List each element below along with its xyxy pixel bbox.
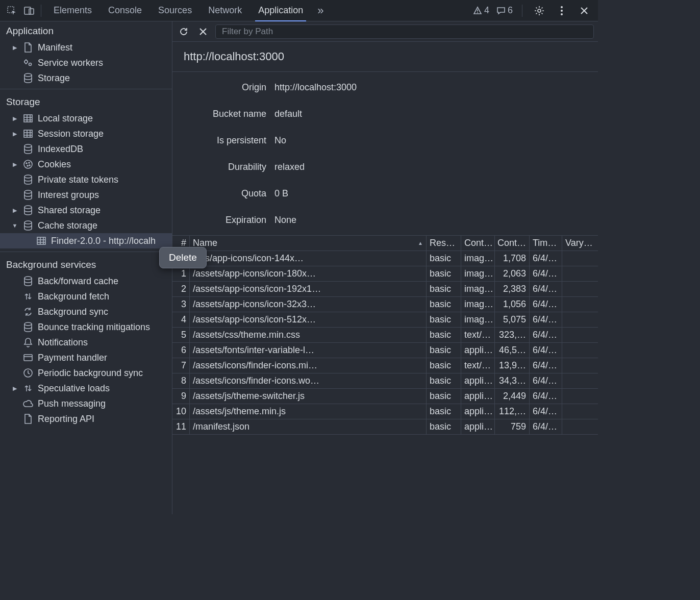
property-row: Durabilityrelaxed: [172, 154, 598, 180]
cache-entries-grid: #NameRes…Cont…Cont…Tim…Vary… sets/app-ic…: [172, 236, 598, 514]
sidebar-item[interactable]: ▶Cookies: [0, 157, 172, 172]
device-toolbar-icon[interactable]: [21, 3, 37, 18]
disclosure-triangle-icon[interactable]: ▶: [11, 131, 18, 137]
sidebar-item[interactable]: Bounce tracking mitigations: [0, 319, 172, 335]
disclosure-triangle-icon[interactable]: ▶: [11, 385, 18, 392]
sidebar-item[interactable]: IndexedDB: [0, 141, 172, 157]
svg-rect-24: [37, 237, 45, 244]
sidebar-item[interactable]: Reporting API: [0, 411, 172, 427]
table-row[interactable]: 6/assets/fonts/inter-variable-l…basicapp…: [172, 343, 598, 358]
sidebar-item[interactable]: Background fetch: [0, 289, 172, 304]
db-icon: [22, 322, 34, 332]
disclosure-triangle-icon[interactable]: ▶: [11, 207, 18, 214]
table-row[interactable]: 2/assets/app-icons/icon-192x1…basicimag……: [172, 282, 598, 297]
property-value: None: [274, 215, 598, 226]
file-icon: [22, 42, 34, 53]
svg-point-10: [29, 63, 32, 66]
cell: /manifest.json: [190, 419, 427, 434]
sidebar-item[interactable]: Finder-2.0.0 - http://localh: [0, 233, 172, 248]
gears-icon: [22, 58, 34, 67]
cell: /assets/css/theme.min.css: [190, 328, 427, 342]
cell: text/…: [461, 358, 495, 373]
disclosure-triangle-icon[interactable]: ▶: [11, 115, 18, 122]
settings-icon[interactable]: [532, 3, 547, 18]
cell: 8: [172, 373, 190, 388]
table-row[interactable]: 1/assets/app-icons/icon-180x…basicimag…2…: [172, 266, 598, 282]
cell: 2,063: [495, 266, 530, 281]
table-row[interactable]: 5/assets/css/theme.min.cssbasictext/…323…: [172, 328, 598, 343]
cell: basic: [427, 343, 461, 358]
table-row[interactable]: sets/app-icons/icon-144x…basicimag…1,708…: [172, 251, 598, 266]
property-key: Durability: [172, 162, 274, 172]
sidebar-item[interactable]: ▶Local storage: [0, 111, 172, 126]
more-tabs-button[interactable]: »: [313, 4, 328, 17]
sidebar-item[interactable]: Service workers: [0, 55, 172, 70]
warnings-count[interactable]: 4: [473, 5, 489, 16]
filter-input[interactable]: [221, 26, 588, 37]
divider: [41, 5, 41, 17]
column-header[interactable]: Cont…: [461, 236, 495, 251]
svg-rect-27: [24, 355, 32, 361]
svg-rect-1: [24, 7, 31, 14]
tab-elements[interactable]: Elements: [45, 0, 100, 21]
column-header[interactable]: Tim…: [530, 236, 562, 251]
table-row[interactable]: 10/assets/js/theme.min.jsbasicappli…112,…: [172, 404, 598, 419]
sidebar-item[interactable]: Back/forward cache: [0, 273, 172, 289]
context-menu[interactable]: Delete: [159, 247, 207, 268]
sidebar-item[interactable]: Interest groups: [0, 187, 172, 203]
disclosure-triangle-icon[interactable]: ▼: [11, 222, 18, 229]
cell: 46,5…: [495, 343, 530, 358]
messages-count[interactable]: 6: [496, 5, 513, 16]
sidebar-item[interactable]: Storage: [0, 70, 172, 86]
clear-icon[interactable]: [196, 28, 210, 36]
cell: 6/4/…: [530, 297, 562, 312]
svg-rect-3: [477, 9, 478, 11]
column-header[interactable]: Cont…: [495, 236, 530, 251]
cell: 759: [495, 419, 530, 434]
sidebar-item[interactable]: ▶Speculative loads: [0, 381, 172, 396]
cell: basic: [427, 373, 461, 388]
table-row[interactable]: 9/assets/js/theme-switcher.jsbasicappli……: [172, 389, 598, 404]
table-row[interactable]: 8/assets/icons/finder-icons.wo…basicappl…: [172, 373, 598, 389]
sidebar-item-label: Finder-2.0.0 - http://localh: [51, 236, 156, 246]
sidebar-item[interactable]: ▶Shared storage: [0, 203, 172, 218]
tab-application[interactable]: Application: [250, 0, 311, 21]
svg-point-8: [561, 13, 563, 15]
tab-console[interactable]: Console: [100, 0, 150, 21]
column-header[interactable]: Vary…: [562, 236, 598, 251]
table-row[interactable]: 4/assets/app-icons/icon-512x…basicimag…5…: [172, 312, 598, 328]
cell: basic: [427, 297, 461, 312]
sidebar-item[interactable]: Background sync: [0, 304, 172, 319]
disclosure-triangle-icon[interactable]: ▶: [11, 161, 18, 168]
svg-point-21: [24, 190, 32, 193]
cell: [562, 328, 598, 342]
sidebar-item[interactable]: ▶Manifest: [0, 40, 172, 55]
cell: [562, 312, 598, 327]
column-header[interactable]: Name: [190, 236, 427, 251]
sidebar-item[interactable]: Private state tokens: [0, 172, 172, 187]
sidebar-item[interactable]: ▼Cache storage: [0, 218, 172, 233]
disclosure-triangle-icon[interactable]: ▶: [11, 44, 18, 51]
sidebar-item[interactable]: ▶Session storage: [0, 126, 172, 141]
table-row[interactable]: 11/manifest.jsonbasicappli…7596/4/…: [172, 419, 598, 435]
refresh-icon[interactable]: [177, 27, 191, 37]
sidebar-item[interactable]: Push messaging: [0, 396, 172, 411]
sidebar-item-label: Cache storage: [38, 220, 97, 231]
sidebar-item-label: Background fetch: [38, 291, 109, 302]
close-devtools-icon[interactable]: [577, 3, 592, 18]
tab-network[interactable]: Network: [200, 0, 250, 21]
table-row[interactable]: 3/assets/app-icons/icon-32x3…basicimag…1…: [172, 297, 598, 312]
column-header[interactable]: Res…: [427, 236, 461, 251]
context-menu-item-delete[interactable]: Delete: [163, 251, 203, 265]
sidebar-item[interactable]: Payment handler: [0, 350, 172, 365]
sidebar-item[interactable]: Notifications: [0, 335, 172, 350]
cell: 11: [172, 419, 190, 434]
table-row[interactable]: 7/assets/icons/finder-icons.mi…basictext…: [172, 358, 598, 373]
inspect-element-icon[interactable]: [4, 3, 19, 18]
kebab-menu-icon[interactable]: [554, 3, 569, 18]
sidebar-item-label: Service workers: [38, 58, 103, 68]
tab-sources[interactable]: Sources: [150, 0, 200, 21]
cell: 5,075: [495, 312, 530, 327]
filter-field[interactable]: [215, 24, 594, 39]
sidebar-item[interactable]: Periodic background sync: [0, 365, 172, 381]
